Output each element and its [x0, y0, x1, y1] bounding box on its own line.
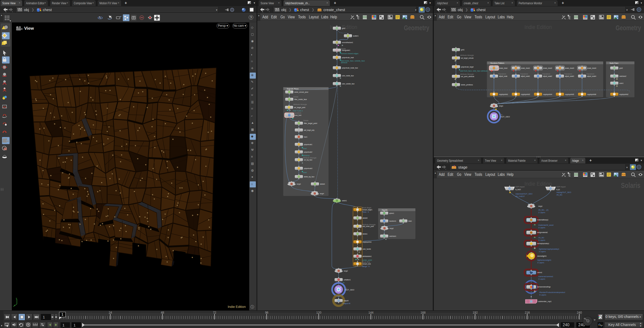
- svg-text:adjust_scale2: adjust_scale2: [543, 75, 552, 77]
- svg-text:create_chest4: create_chest4: [587, 67, 596, 69]
- svg-text:merge2: merge2: [344, 270, 348, 272]
- svg-text:color_handle: color_handle: [363, 248, 371, 250]
- svg-text:−: −: [380, 209, 381, 211]
- svg-text:add front_face, side_face attr: add front_face, side_face attribute: [460, 70, 488, 72]
- svg-text:OUT_GEO: OUT_GEO: [500, 116, 510, 118]
- svg-text:Attribute Wrangle: Attribute Wrangle: [293, 104, 307, 106]
- svg-text:Transform: Transform: [293, 112, 301, 114]
- svg-text:Handle: Handle: [382, 209, 388, 211]
- svg-text:karmaphysicalsky1: karmaphysicalsky1: [537, 242, 549, 245]
- svg-text:polyextrude_target: polyextrude_target: [461, 66, 474, 68]
- svg-text:inset: inset: [303, 171, 307, 174]
- svg-text:Transform: Transform: [564, 73, 572, 75]
- svg-text:2 Layers: 2 Layers: [538, 211, 545, 214]
- svg-text:filter_target_point: filter_target_point: [304, 122, 317, 124]
- svg-text:3 Layers: 3 Layers: [539, 250, 546, 253]
- svg-text:adjust_scale1: adjust_scale1: [521, 75, 530, 77]
- svg-text:matchsize1: matchsize1: [389, 235, 396, 237]
- svg-text:set_target_point: set_target_point: [294, 106, 305, 109]
- svg-text:/IN_BG: /IN_BG: [556, 194, 562, 196]
- svg-text:/IN_CHEST: /IN_CHEST: [515, 195, 525, 198]
- svg-text:Attribute Wrangle: Attribute Wrangle: [460, 54, 474, 56]
- svg-text:3 Layers: 3 Layers: [537, 261, 544, 264]
- svg-text:voronoifracture1: voronoifracture1: [342, 41, 353, 44]
- svg-text:Transform: Transform: [498, 73, 506, 75]
- svg-text:IN_BG: IN_BG: [556, 188, 560, 191]
- svg-text:adjust_scale3: adjust_scale3: [565, 75, 574, 77]
- svg-text:add_center_point: add_center_point: [363, 225, 374, 227]
- svg-text:Attribute Wrangle: Attribute Wrangle: [460, 73, 474, 75]
- svg-text:/obj/bg/OUT_GEO: /obj/bg/OUT_GEO: [556, 191, 571, 193]
- svg-text:set_target_extrude: set_target_extrude: [461, 57, 474, 59]
- svg-text:merge1: merge1: [389, 227, 394, 229]
- svg-text:copytopoints1: copytopoints1: [363, 241, 372, 243]
- svg-text:SOP Import: SOP Import: [515, 186, 524, 188]
- svg-text:karmarendersettings: karmarendersettings: [537, 286, 551, 288]
- svg-text:IN_CHEST: IN_CHEST: [515, 188, 521, 191]
- svg-text:/materials/M_wood: /materials/M_wood: [538, 224, 553, 226]
- svg-text:create_chest1: create_chest1: [521, 67, 530, 69]
- svg-text:add_target_poly: add_target_poly: [304, 129, 314, 131]
- svg-text:/IN_BG: /IN_BG: [538, 237, 544, 239]
- svg-text:polyextrude3: polyextrude3: [304, 167, 312, 170]
- svg-text:/obj/chest/OUT_GEO: /obj/chest/OUT_GEO: [515, 193, 532, 195]
- svg-text:remove shared edges: remove shared edges: [341, 52, 359, 55]
- svg-text:Transform: Transform: [586, 73, 594, 75]
- svg-text:polyextrude2: polyextrude2: [304, 151, 312, 153]
- svg-text:/cameras/camera1: /cameras/camera1: [538, 275, 553, 278]
- svg-text:distance: distance: [303, 154, 310, 157]
- svg-text:copytopoints2: copytopoints2: [619, 93, 628, 95]
- svg-text:merge1: merge1: [538, 205, 543, 207]
- svg-text:sphere1: sphere1: [389, 212, 394, 214]
- svg-text:/IN_BG... (2): /IN_BG... (2): [538, 209, 548, 211]
- svg-text:y: y: [16, 297, 17, 300]
- svg-text:assignmaterial1: assignmaterial1: [537, 231, 548, 234]
- svg-text:Delete: Delete: [303, 120, 308, 121]
- svg-text:filter_inside_face: filter_inside_face: [294, 98, 307, 101]
- svg-text:near 0 pos z: near 0 pos z: [293, 110, 303, 112]
- svg-text:delete_extrude_piece: delete_extrude_piece: [294, 91, 308, 93]
- svg-text:Extrude Piece: Extrude Piece: [287, 88, 299, 90]
- svg-text:Output #0: Output #0: [343, 303, 350, 305]
- svg-text:merge1: merge1: [499, 105, 503, 107]
- svg-text:grid2: grid2: [619, 67, 623, 69]
- svg-text:create_chest2: create_chest2: [543, 67, 552, 69]
- svg-text:copytopoints4: copytopoints4: [543, 93, 552, 95]
- svg-text:create_chest3: create_chest3: [565, 67, 574, 69]
- svg-text:Merge : 5: Merge : 5: [362, 266, 370, 268]
- svg-text:OUT_GEO: OUT_GEO: [345, 289, 354, 291]
- svg-text:delete_top_face: delete_top_face: [304, 176, 314, 178]
- svg-text:adjust_scale4: adjust_scale4: [587, 75, 596, 77]
- svg-text:adjust_scale: adjust_scale: [499, 75, 507, 77]
- svg-text:set_point_attribute: set_point_attribute: [461, 75, 474, 78]
- svg-text:attribute: attribute: [341, 61, 347, 64]
- svg-text:copytopoints3: copytopoints3: [521, 93, 530, 95]
- svg-text:SOP Import: SOP Import: [556, 186, 565, 188]
- svg-text:5 Layers: 5 Layers: [539, 294, 546, 296]
- svg-text:merge4: merge4: [320, 192, 324, 195]
- svg-text:camera1: camera1: [537, 271, 542, 274]
- svg-text:copytopoints5: copytopoints5: [565, 93, 574, 95]
- svg-text:transform1: transform1: [389, 220, 396, 222]
- svg-text:output0: output0: [344, 300, 349, 302]
- svg-text:delete_primitives: delete_primitives: [461, 84, 473, 86]
- svg-text:matchsize2: matchsize2: [619, 75, 626, 77]
- svg-text:grid1: grid1: [461, 49, 464, 51]
- svg-text:−: −: [488, 62, 489, 64]
- svg-text:scatter1: scatter1: [353, 35, 359, 37]
- svg-text:Sude Face: Sude Face: [610, 62, 619, 64]
- svg-text:foreach_begin1: foreach_begin1: [363, 209, 372, 211]
- svg-text:triangulate1: triangulate1: [342, 49, 350, 51]
- svg-text:polyextrude1: polyextrude1: [304, 143, 312, 146]
- svg-text:3 Layers: 3 Layers: [538, 278, 545, 280]
- svg-text:−: −: [285, 88, 286, 90]
- svg-text:tube1: tube1: [408, 220, 412, 222]
- svg-text:Rondom Pattern: Rondom Pattern: [490, 62, 504, 64]
- svg-text:create_chest: create_chest: [499, 67, 508, 69]
- svg-text:Delete: Delete: [293, 96, 298, 98]
- svg-text:3 Layers: 3 Layers: [538, 239, 545, 241]
- svg-text:z: z: [14, 304, 15, 307]
- svg-text:3 Layers: 3 Layers: [538, 226, 545, 229]
- svg-text:color1: color1: [619, 82, 624, 84]
- svg-text:attribdelete1: attribdelete1: [363, 255, 372, 257]
